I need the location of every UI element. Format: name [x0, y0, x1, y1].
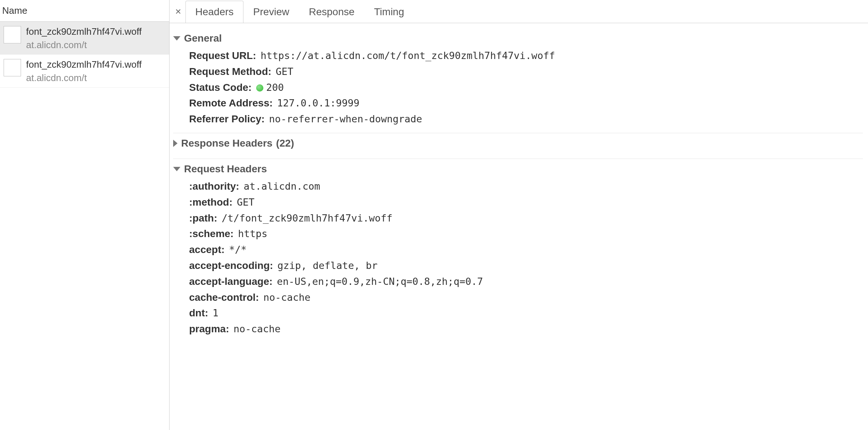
request-header-row: accept-encoding: gzip, deflate, br: [173, 258, 863, 274]
request-item-domain: at.alicdn.com/t: [26, 39, 142, 51]
kv-key: Request URL:: [189, 49, 256, 63]
request-item-name: font_zck90zmlh7hf47vi.woff: [26, 26, 142, 37]
kv-value: GET: [237, 196, 255, 209]
chevron-down-icon: [173, 167, 180, 171]
request-item[interactable]: font_zck90zmlh7hf47vi.woff at.alicdn.com…: [0, 55, 169, 88]
tab-headers[interactable]: Headers: [185, 1, 243, 23]
file-icon: [4, 59, 21, 76]
kv-value: /t/font_zck90zmlh7hf47vi.woff: [222, 212, 392, 225]
kv-value: no-cache: [233, 322, 280, 336]
general-request-url: Request URL: https://at.alicdn.com/t/fon…: [173, 48, 863, 64]
file-icon: [4, 26, 21, 43]
section-title-label: Request Headers: [184, 163, 267, 175]
kv-key: accept:: [189, 243, 225, 257]
kv-key: :path:: [189, 211, 217, 225]
kv-value: gzip, deflate, br: [277, 259, 377, 272]
section-request-headers: Request Headers :authority: at.alicdn.co…: [173, 159, 863, 343]
general-request-method: Request Method: GET: [173, 64, 863, 80]
general-status-code: Status Code: 200: [173, 80, 863, 96]
status-dot-icon: [256, 84, 263, 92]
request-item[interactable]: font_zck90zmlh7hf47vi.woff at.alicdn.com…: [0, 22, 169, 55]
kv-value: 1: [213, 307, 218, 320]
kv-key: Remote Address:: [189, 96, 273, 110]
section-general: General Request URL: https://at.alicdn.c…: [173, 28, 863, 133]
kv-key: :method:: [189, 195, 233, 209]
tab-response[interactable]: Response: [299, 1, 364, 23]
kv-value: en-US,en;q=0.9,zh-CN;q=0.8,zh;q=0.7: [277, 275, 483, 288]
section-title-label: General: [184, 33, 222, 44]
request-header-row: :authority: at.alicdn.com: [173, 178, 863, 194]
general-referrer-policy: Referrer Policy: no-referrer-when-downgr…: [173, 111, 863, 127]
section-request-headers-title[interactable]: Request Headers: [173, 162, 863, 178]
chevron-down-icon: [173, 36, 180, 41]
request-header-row: :path: /t/font_zck90zmlh7hf47vi.woff: [173, 210, 863, 226]
kv-value: at.alicdn.com: [243, 180, 320, 193]
kv-value: GET: [276, 65, 293, 78]
request-header-row: :method: GET: [173, 194, 863, 210]
tab-preview[interactable]: Preview: [243, 1, 299, 23]
kv-key: pragma:: [189, 322, 229, 336]
request-item-name: font_zck90zmlh7hf47vi.woff: [26, 59, 142, 70]
request-list-panel: Name font_zck90zmlh7hf47vi.woff at.alicd…: [0, 0, 170, 430]
kv-key: accept-encoding:: [189, 259, 273, 273]
kv-value: no-cache: [263, 291, 310, 304]
request-header-row: dnt: 1: [173, 305, 863, 321]
section-response-headers-title[interactable]: Response Headers (22): [173, 136, 863, 153]
request-item-text: font_zck90zmlh7hf47vi.woff at.alicdn.com…: [26, 58, 142, 84]
request-header-row: pragma: no-cache: [173, 321, 863, 337]
kv-value: https://at.alicdn.com/t/font_zck90zmlh7h…: [260, 49, 555, 62]
section-response-headers: Response Headers (22): [173, 133, 863, 159]
kv-key: cache-control:: [189, 291, 259, 304]
kv-value: https: [238, 227, 267, 240]
kv-key: Referrer Policy:: [189, 112, 265, 126]
section-title-label: Response Headers: [181, 138, 272, 149]
status-code-value: 200: [266, 82, 284, 93]
request-item-domain: at.alicdn.com/t: [26, 72, 142, 84]
kv-value: 200: [256, 81, 284, 94]
request-list: font_zck90zmlh7hf47vi.woff at.alicdn.com…: [0, 22, 169, 430]
chevron-right-icon: [173, 140, 178, 147]
section-general-title[interactable]: General: [173, 31, 863, 48]
request-item-text: font_zck90zmlh7hf47vi.woff at.alicdn.com…: [26, 25, 142, 51]
tabs-row: × Headers Preview Response Timing: [170, 0, 868, 23]
kv-value: 127.0.0.1:9999: [277, 97, 360, 110]
kv-key: :scheme:: [189, 227, 234, 241]
request-header-row: cache-control: no-cache: [173, 290, 863, 305]
general-remote-address: Remote Address: 127.0.0.1:9999: [173, 95, 863, 111]
response-headers-count: (22): [276, 138, 294, 149]
kv-value: no-referrer-when-downgrade: [269, 113, 422, 126]
kv-key: :authority:: [189, 180, 239, 193]
request-list-header: Name: [0, 0, 169, 22]
kv-key: accept-language:: [189, 275, 272, 288]
request-header-row: accept: */*: [173, 242, 863, 258]
details-panel: × Headers Preview Response Timing Genera…: [170, 0, 868, 430]
tab-timing[interactable]: Timing: [364, 1, 414, 23]
request-header-row: accept-language: en-US,en;q=0.9,zh-CN;q=…: [173, 274, 863, 290]
details-content: General Request URL: https://at.alicdn.c…: [170, 23, 868, 430]
kv-value: */*: [229, 243, 247, 256]
kv-key: Request Method:: [189, 65, 271, 79]
request-header-row: :scheme: https: [173, 226, 863, 242]
kv-key: Status Code:: [189, 81, 252, 94]
kv-key: dnt:: [189, 306, 208, 320]
close-icon[interactable]: ×: [171, 6, 185, 17]
